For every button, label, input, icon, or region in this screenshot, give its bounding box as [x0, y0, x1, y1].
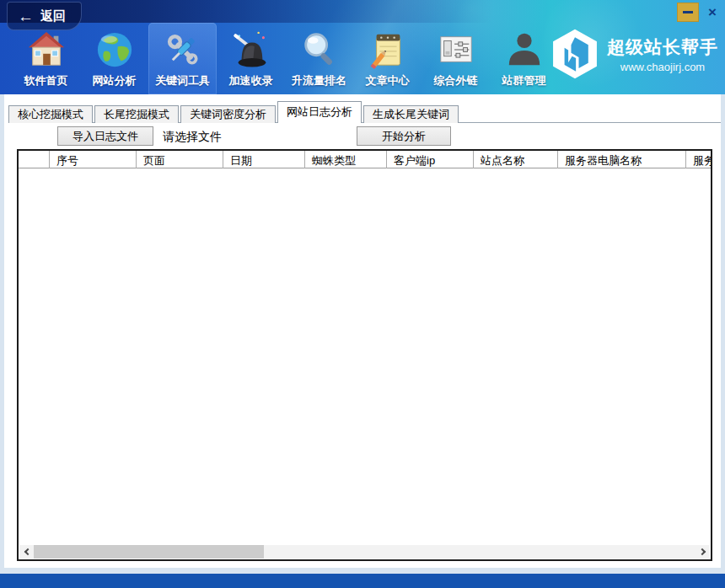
toolbar-item-site-analysis[interactable]: 网站分析	[80, 23, 148, 94]
column-header-selector[interactable]	[19, 151, 50, 168]
sliders-icon	[437, 30, 475, 69]
toolbar-item-label: 站群管理	[502, 73, 546, 88]
brand-text: 超级站长帮手 www.chaojirj.com	[607, 35, 718, 73]
import-log-button[interactable]: 导入日志文件	[57, 126, 153, 146]
back-button-label: 返回	[40, 8, 66, 24]
toolbar-item-keyword-tools[interactable]: 关键词工具	[148, 23, 217, 94]
toolbar-item-traffic-rank[interactable]: 升流量排名	[285, 23, 353, 94]
hexagon-logo-icon	[550, 28, 599, 80]
tab-site-log-analysis[interactable]: 网站日志分析	[277, 101, 362, 123]
column-header-page[interactable]: 页面	[137, 151, 223, 168]
toolbar-item-home[interactable]: 软件首页	[12, 23, 80, 94]
log-table-body	[19, 169, 711, 545]
main-toolbar: 软件首页 网站分析	[12, 23, 558, 94]
chevron-left-icon	[24, 548, 30, 555]
window-bottom-bar	[0, 574, 725, 588]
toolbar-item-site-group[interactable]: 站群管理	[490, 23, 558, 94]
toolbar-item-label: 关键词工具	[155, 73, 210, 88]
close-button[interactable]: ×	[705, 4, 720, 21]
log-controls-row: 导入日志文件 请选择文件 开始分析	[4, 125, 721, 150]
file-select-hint: 请选择文件	[163, 130, 222, 145]
brand-name: 超级站长帮手	[607, 35, 718, 59]
minimize-icon	[683, 11, 693, 13]
column-header-server-computer-name[interactable]: 服务器电脑名称	[558, 151, 686, 168]
horizontal-scrollbar[interactable]	[19, 545, 710, 559]
log-table: 序号 页面 日期 蜘蛛类型 客户端ip 站点名称 服务器电脑名称 服务器	[17, 149, 712, 561]
main-content: 核心挖掘模式 长尾挖掘模式 关键词密度分析 网站日志分析 生成长尾关键词 导入日…	[4, 94, 721, 568]
magnifier-icon	[300, 30, 339, 69]
globe-icon	[95, 30, 134, 69]
user-icon	[505, 30, 544, 69]
tab-keyword-density[interactable]: 关键词密度分析	[180, 105, 276, 123]
back-arrow-icon: ←	[18, 8, 34, 24]
notepad-icon	[368, 30, 407, 69]
toolbar-item-label: 文章中心	[366, 73, 410, 88]
toolbar-item-label: 加速收录	[229, 73, 273, 88]
column-header-spider-type[interactable]: 蜘蛛类型	[305, 151, 387, 168]
toolbar-item-label: 升流量排名	[292, 73, 346, 88]
log-table-header: 序号 页面 日期 蜘蛛类型 客户端ip 站点名称 服务器电脑名称 服务器	[19, 151, 712, 168]
start-analysis-button[interactable]: 开始分析	[357, 126, 451, 146]
titlebar	[0, 0, 725, 23]
toolbar-item-label: 综合外链	[434, 73, 478, 88]
window-controls: ×	[677, 3, 720, 22]
tab-core-mining[interactable]: 核心挖掘模式	[8, 105, 93, 123]
chevron-right-icon	[698, 548, 705, 555]
app-header: ← 返回 × 软件首页	[0, 0, 725, 94]
column-header-date[interactable]: 日期	[223, 151, 305, 168]
column-header-client-ip[interactable]: 客户端ip	[387, 151, 474, 168]
scrollbar-thumb[interactable]	[34, 545, 264, 559]
tab-generate-longtail[interactable]: 生成长尾关键词	[363, 105, 459, 123]
toolbar-item-external-links[interactable]: 综合外链	[422, 23, 490, 94]
toolbar-item-label: 软件首页	[24, 73, 68, 88]
minimize-button[interactable]	[677, 3, 699, 22]
scroll-right-button[interactable]	[696, 545, 710, 559]
column-header-index[interactable]: 序号	[50, 151, 137, 168]
tools-icon	[164, 30, 202, 69]
brand-url: www.chaojirj.com	[607, 61, 718, 73]
toolbar-item-label: 网站分析	[93, 73, 137, 88]
home-icon	[27, 30, 66, 69]
tab-longtail-mining[interactable]: 长尾挖掘模式	[94, 105, 179, 123]
app-window: ← 返回 × 软件首页	[0, 0, 725, 588]
brand-block: 超级站长帮手 www.chaojirj.com	[550, 28, 718, 80]
toolbar-item-fast-index[interactable]: 加速收录	[217, 23, 285, 94]
column-header-server-clipped[interactable]: 服务器	[686, 151, 712, 168]
scroll-left-button[interactable]	[19, 545, 33, 559]
magic-hat-icon	[232, 30, 271, 69]
tab-strip: 核心挖掘模式 长尾挖掘模式 关键词密度分析 网站日志分析 生成长尾关键词	[8, 99, 721, 123]
column-header-site-name[interactable]: 站点名称	[474, 151, 558, 168]
toolbar-item-article-center[interactable]: 文章中心	[353, 23, 422, 94]
